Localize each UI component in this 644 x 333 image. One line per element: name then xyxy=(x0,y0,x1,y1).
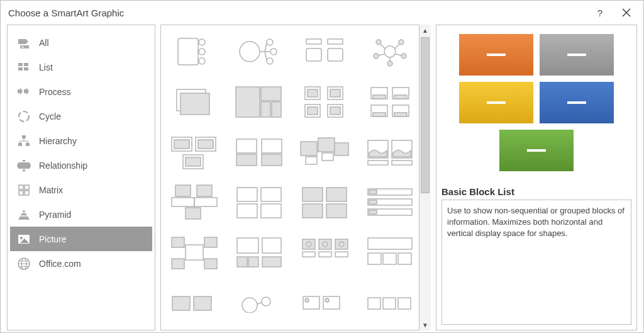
svg-marker-23 xyxy=(18,210,30,220)
layout-thumb[interactable] xyxy=(233,132,286,172)
layout-thumb[interactable] xyxy=(167,132,220,172)
sidebar-item-matrix[interactable]: Matrix xyxy=(10,178,152,202)
svg-marker-16 xyxy=(30,162,31,169)
svg-rect-117 xyxy=(303,239,315,249)
matrix-icon xyxy=(16,183,31,197)
layout-thumb[interactable] xyxy=(167,82,220,122)
gallery-panel: ▲ ▼ xyxy=(160,25,431,330)
layout-thumb[interactable] xyxy=(364,31,416,72)
sidebar-item-all[interactable]: All xyxy=(10,30,152,55)
preview-canvas xyxy=(436,25,636,186)
process-icon xyxy=(16,85,31,99)
layout-thumb[interactable] xyxy=(364,233,416,273)
layout-thumb[interactable] xyxy=(364,82,416,122)
svg-point-132 xyxy=(242,298,257,313)
svg-rect-52 xyxy=(272,102,281,117)
sidebar-item-hierarchy[interactable]: Hierarchy xyxy=(10,128,152,153)
svg-rect-102 xyxy=(369,190,377,194)
close-button[interactable] xyxy=(613,1,640,25)
layout-thumb[interactable] xyxy=(364,283,416,324)
scroll-track[interactable] xyxy=(419,36,431,319)
svg-point-44 xyxy=(374,54,379,59)
preview-block xyxy=(540,34,614,76)
svg-marker-17 xyxy=(22,160,26,162)
svg-rect-140 xyxy=(398,298,411,309)
layout-thumb[interactable] xyxy=(233,233,286,273)
svg-rect-91 xyxy=(194,198,217,206)
svg-rect-88 xyxy=(175,185,191,196)
sidebar-item-process[interactable]: Process xyxy=(10,79,152,104)
svg-rect-50 xyxy=(261,87,281,101)
svg-rect-65 xyxy=(373,95,386,99)
scroll-down-icon[interactable]: ▼ xyxy=(419,319,431,330)
svg-rect-6 xyxy=(18,67,23,71)
svg-rect-128 xyxy=(383,253,396,264)
sidebar-item-list[interactable]: List xyxy=(10,55,152,79)
gallery-scrollbar[interactable]: ▲ ▼ xyxy=(419,25,431,330)
svg-rect-110 xyxy=(172,259,184,269)
layout-thumb[interactable] xyxy=(167,283,220,324)
svg-point-41 xyxy=(384,46,396,57)
sidebar-item-cycle[interactable]: Cycle xyxy=(10,104,152,128)
content-area: All List Process Cycle xyxy=(1,25,643,333)
layout-thumb[interactable] xyxy=(167,183,220,223)
svg-rect-106 xyxy=(369,210,377,214)
hierarchy-icon xyxy=(16,134,31,148)
svg-marker-9 xyxy=(24,87,29,95)
svg-rect-111 xyxy=(204,259,217,269)
svg-rect-19 xyxy=(19,185,23,189)
sidebar-item-pyramid[interactable]: Pyramid xyxy=(10,202,152,227)
svg-point-25 xyxy=(20,237,23,239)
svg-rect-13 xyxy=(26,143,30,146)
scroll-up-icon[interactable]: ▲ xyxy=(419,25,431,36)
layout-thumb[interactable] xyxy=(233,82,286,122)
svg-rect-56 xyxy=(308,107,318,115)
svg-rect-51 xyxy=(261,102,270,117)
layout-thumb[interactable] xyxy=(167,31,220,72)
svg-rect-98 xyxy=(326,188,347,201)
layout-thumb[interactable] xyxy=(364,132,416,172)
layout-thumb[interactable] xyxy=(167,233,220,273)
sidebar-item-label: Picture xyxy=(39,234,67,244)
svg-rect-75 xyxy=(236,139,257,153)
svg-rect-142 xyxy=(487,54,506,56)
help-button[interactable]: ? xyxy=(587,1,613,25)
svg-rect-126 xyxy=(368,238,412,249)
sidebar-item-label: Matrix xyxy=(39,185,63,195)
svg-rect-90 xyxy=(197,185,212,196)
sidebar-item-relationship[interactable]: Relationship xyxy=(10,153,152,178)
svg-rect-82 xyxy=(322,153,333,161)
layout-thumb[interactable] xyxy=(298,82,351,122)
scroll-thumb[interactable] xyxy=(421,37,430,193)
svg-rect-29 xyxy=(178,38,198,65)
svg-point-42 xyxy=(376,40,381,45)
svg-point-34 xyxy=(267,39,273,45)
layout-thumb[interactable] xyxy=(233,31,286,72)
svg-rect-150 xyxy=(527,149,546,152)
sidebar-item-officecom[interactable]: Office.com xyxy=(10,251,152,276)
svg-rect-95 xyxy=(237,204,257,218)
svg-rect-54 xyxy=(308,89,318,97)
svg-point-137 xyxy=(325,298,329,302)
svg-rect-120 xyxy=(319,239,331,249)
layout-thumb[interactable] xyxy=(364,183,416,223)
layout-thumb[interactable] xyxy=(298,31,351,72)
layout-thumb[interactable] xyxy=(298,233,351,273)
layout-thumb[interactable] xyxy=(233,183,286,223)
svg-rect-86 xyxy=(368,161,388,165)
svg-marker-15 xyxy=(17,162,18,169)
preview-panel: Basic Block List Use to show non-sequent… xyxy=(436,25,637,330)
layout-thumb[interactable] xyxy=(298,183,351,223)
picture-icon xyxy=(16,232,31,246)
svg-rect-100 xyxy=(326,204,347,218)
layout-thumb[interactable] xyxy=(298,132,351,172)
svg-rect-119 xyxy=(303,252,315,257)
svg-rect-104 xyxy=(369,200,377,204)
svg-rect-66 xyxy=(394,95,407,99)
svg-rect-93 xyxy=(237,188,257,201)
cycle-icon xyxy=(16,110,31,123)
sidebar-item-picture[interactable]: Picture xyxy=(10,227,152,251)
svg-rect-130 xyxy=(172,296,190,310)
layout-thumb[interactable] xyxy=(298,283,351,324)
layout-thumb[interactable] xyxy=(233,283,286,324)
